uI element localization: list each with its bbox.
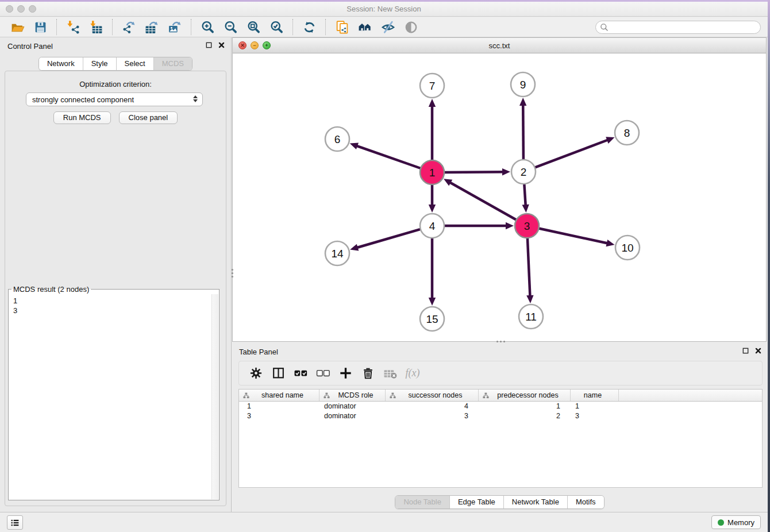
zoom-in-button[interactable] [199, 18, 216, 36]
graph-node-9[interactable]: 9 [511, 72, 535, 97]
splitpane-grip-vertical[interactable] [231, 268, 234, 278]
select-all-columns-button[interactable] [292, 365, 309, 382]
network-view-titlebar[interactable]: ✕ − + scc.txt [233, 38, 766, 53]
zoom-selected-region-button[interactable] [268, 18, 285, 36]
graph-edge-3-1[interactable] [449, 182, 517, 220]
optimization-select[interactable]: strongly connected component [26, 92, 203, 106]
tab-style[interactable]: Style [83, 57, 116, 70]
graph-edge-2-8[interactable] [535, 140, 609, 168]
mcds-result-title: MCDS result (2 nodes) [11, 285, 91, 294]
cell-name[interactable]: 1 [571, 402, 619, 411]
plus-icon [338, 366, 353, 380]
result-scrollbar[interactable] [211, 294, 218, 499]
list-icon [10, 518, 20, 527]
table-header-row: shared name MCDS role successor nodes pr… [239, 390, 762, 402]
app-window: Session: New Session [0, 2, 768, 532]
graph-node-8[interactable]: 8 [615, 121, 639, 145]
tab-network[interactable]: Network [39, 57, 83, 70]
graph-node-4[interactable]: 4 [420, 214, 444, 238]
float-table-panel-icon[interactable] [742, 347, 749, 354]
hide-selected-button[interactable] [379, 18, 396, 36]
column-type-icon [243, 392, 249, 399]
graph-edge-2-3[interactable] [524, 184, 526, 206]
run-mcds-button[interactable]: Run MCDS [53, 111, 111, 124]
cell-predecessor-nodes[interactable]: 1 [479, 402, 571, 411]
tab-network-table[interactable]: Network Table [503, 496, 567, 508]
eye-half-icon [404, 20, 418, 34]
cell-name[interactable]: 3 [571, 411, 619, 421]
close-table-panel-icon[interactable] [754, 347, 762, 354]
import-network-from-file-button[interactable] [64, 18, 82, 36]
new-network-from-selection-button[interactable] [333, 18, 351, 36]
export-image-button[interactable] [166, 18, 183, 36]
export-image-icon [168, 20, 182, 34]
search-box[interactable] [595, 21, 761, 34]
zoom-fit-content-button[interactable] [245, 18, 262, 36]
cell-predecessor-nodes[interactable]: 2 [479, 411, 571, 421]
tab-node-table[interactable]: Node Table [395, 496, 449, 508]
column-header-successor-nodes[interactable]: successor nodes [386, 390, 479, 401]
cell-MCDS-role[interactable]: dominator [319, 402, 386, 411]
eye-slash-icon [381, 20, 395, 34]
cell-successor-nodes[interactable]: 4 [386, 402, 479, 411]
network-view-title: scc.txt [233, 41, 766, 50]
toggle-table-mode-button[interactable] [270, 365, 287, 382]
graph-edge-arrow-2-3 [522, 205, 529, 213]
cell-shared-name[interactable]: 1 [239, 402, 319, 411]
export-table-button[interactable] [143, 18, 160, 36]
float-panel-icon[interactable] [205, 41, 213, 49]
tab-mcds[interactable]: MCDS [153, 57, 192, 70]
graph-node-10[interactable]: 10 [615, 236, 640, 260]
graph-edge-arrow-1-6 [350, 142, 359, 149]
graph-edge-4-14[interactable] [356, 229, 421, 248]
close-panel-button[interactable]: Close panel [119, 111, 178, 124]
new-network-icon [335, 20, 349, 34]
search-input[interactable] [609, 22, 760, 33]
create-new-column-button[interactable] [337, 365, 354, 382]
cell-MCDS-role[interactable]: dominator [319, 411, 386, 421]
graph-node-1[interactable]: 1 [420, 160, 444, 184]
graph-edge-3-10[interactable] [539, 229, 609, 244]
graph-node-7[interactable]: 7 [420, 74, 444, 98]
show-panels-button[interactable] [7, 515, 23, 530]
graph-edge-arrow-2-8 [606, 137, 614, 144]
table-panel: Table Panel f(x) [232, 343, 768, 512]
export-network-button[interactable] [120, 18, 137, 36]
delete-columns-button[interactable] [359, 365, 376, 382]
open-file-button[interactable] [9, 18, 26, 36]
column-header-name[interactable]: name [571, 390, 619, 401]
tab-edge-table[interactable]: Edge Table [449, 496, 503, 508]
column-header-predecessor-nodes[interactable]: predecessor nodes [479, 390, 571, 401]
zoom-out-button[interactable] [222, 18, 239, 36]
graph-node-6[interactable]: 6 [325, 127, 349, 151]
memory-button[interactable]: Memory [711, 515, 761, 529]
import-table-from-file-button[interactable] [87, 18, 105, 36]
table-toolbar: f(x) [238, 361, 763, 385]
graph-node-15[interactable]: 15 [420, 307, 444, 331]
column-header-shared-name[interactable]: shared name [239, 390, 319, 401]
close-panel-icon[interactable] [218, 41, 225, 49]
graph-node-14[interactable]: 14 [325, 241, 349, 265]
tab-motifs[interactable]: Motifs [567, 496, 604, 508]
graph-edge-3-11[interactable] [528, 238, 530, 297]
cell-successor-nodes[interactable]: 3 [386, 411, 479, 421]
delete-table-button [382, 365, 399, 382]
network-canvas[interactable]: 1 2 3 4 6 7 8 9 10 11 14 15 [233, 53, 766, 341]
table-row[interactable]: 3dominator323 [239, 411, 762, 421]
graph-node-3[interactable]: 3 [515, 214, 539, 238]
cell-shared-name[interactable]: 3 [239, 411, 319, 421]
save-session-button[interactable] [32, 18, 49, 36]
table-row[interactable]: 1dominator411 [239, 402, 762, 411]
graph-edge-1-2[interactable] [444, 172, 504, 172]
table-settings-button[interactable] [247, 365, 264, 382]
column-header-MCDS-role[interactable]: MCDS role [319, 390, 386, 401]
mcds-result-text[interactable]: 1 3 [9, 295, 211, 499]
graph-edge-2-9[interactable] [523, 104, 523, 160]
unselect-all-columns-button[interactable] [314, 365, 332, 382]
graph-node-11[interactable]: 11 [519, 304, 543, 329]
first-neighbors-of-selected-button[interactable] [356, 18, 374, 36]
apply-preferred-layout-button[interactable] [301, 18, 318, 36]
tab-select[interactable]: Select [116, 57, 153, 70]
graph-edge-1-6[interactable] [356, 145, 421, 168]
graph-node-2[interactable]: 2 [511, 160, 536, 184]
